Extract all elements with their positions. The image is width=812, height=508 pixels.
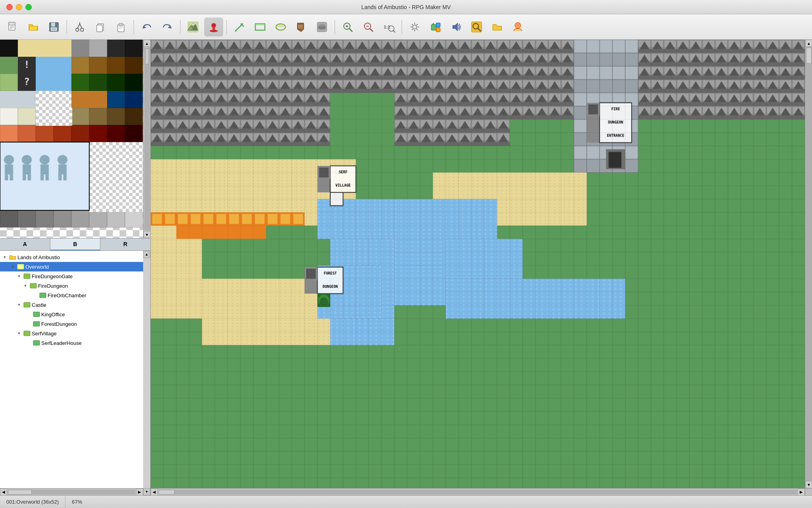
tree-toggle-serfvillage[interactable]: ▼	[16, 330, 22, 337]
tree-item-kingoffice[interactable]: ▶ KingOffice	[0, 310, 150, 319]
tree-toggle-castle[interactable]: ▼	[16, 302, 22, 308]
svg-rect-78	[40, 293, 46, 298]
audio-button[interactable]	[446, 17, 465, 37]
svg-point-31	[212, 24, 215, 27]
map-view[interactable]: ▲ ▼ ◀ ▶	[151, 40, 812, 495]
sep2	[134, 20, 134, 34]
rectangle-button[interactable]	[251, 17, 270, 37]
pencil-button[interactable]	[230, 17, 249, 37]
map-canvas[interactable]	[151, 40, 812, 495]
zoom-label: 67%	[72, 499, 82, 505]
left-panel: ▲ ▼ A B R ▼	[0, 40, 151, 495]
save-button[interactable]	[44, 17, 63, 37]
draw-mountain-button[interactable]	[184, 17, 203, 37]
map-hscroll-right[interactable]: ▶	[798, 489, 805, 496]
svg-marker-66	[453, 23, 458, 31]
titlebar: Lands of Ambustio - RPG Maker MV	[0, 0, 812, 14]
cut-button[interactable]	[70, 17, 89, 37]
tree-item-serfleaderhouse[interactable]: ▶ SerfLeaderHouse	[0, 338, 150, 348]
tree-item-serfvillage[interactable]: ▼ SerfVillage	[0, 329, 150, 338]
svg-rect-63	[436, 23, 440, 27]
tree-scroll-down[interactable]: ▼	[143, 488, 150, 495]
tree-item-firedungeon[interactable]: ▼ FireDungeon	[0, 281, 150, 291]
svg-rect-76	[24, 274, 30, 279]
svg-line-59	[417, 29, 418, 30]
map-hscrollbar[interactable]: ◀ ▶	[151, 488, 805, 495]
minimize-button[interactable]	[16, 4, 22, 10]
palette-scrollbar[interactable]: ▲ ▼	[143, 40, 150, 238]
palette-scroll-up[interactable]: ▲	[144, 40, 151, 47]
tree-scroll-area[interactable]: ▼ Lands of Ambustio ▼	[0, 251, 150, 495]
tree-item-castle[interactable]: ▼ Castle	[0, 300, 150, 310]
tree-toggle-root[interactable]: ▼	[2, 254, 8, 260]
svg-line-52	[393, 31, 395, 32]
serfvillage-icon	[23, 330, 31, 337]
tree-item-fireorbchamber[interactable]: ▶ FireOrbChamber	[0, 291, 150, 300]
tree-label-forestdungeon: ForestDungeon	[41, 321, 77, 327]
fill-button[interactable]	[292, 17, 311, 37]
svg-line-58	[412, 24, 413, 25]
tree-scroll-up[interactable]: ▲	[143, 251, 150, 258]
search-button[interactable]	[467, 17, 486, 37]
settings-button[interactable]	[405, 17, 424, 37]
new-button[interactable]	[3, 17, 22, 37]
map-hscroll-track[interactable]	[159, 490, 797, 495]
close-button[interactable]	[6, 4, 13, 10]
tree-hscrollbar[interactable]: ◀ ▶	[0, 488, 143, 495]
zoom-actual-button[interactable]: 1:1	[379, 17, 398, 37]
map-vscroll-thumb[interactable]	[806, 48, 812, 64]
tree-hscroll-right[interactable]: ▶	[136, 489, 143, 496]
forestdungeon-icon	[33, 320, 40, 327]
tree-label-firedungeon: FireDungeon	[38, 283, 68, 289]
tree-hscroll-track[interactable]	[8, 490, 135, 495]
redo-button[interactable]	[158, 17, 177, 37]
svg-point-53	[413, 25, 417, 29]
fog-button[interactable]	[312, 17, 331, 37]
tree-toggle-overworld[interactable]: ▼	[10, 264, 16, 270]
tree-item-root[interactable]: ▼ Lands of Ambustio	[0, 252, 150, 262]
zoom-status: 67%	[65, 496, 88, 508]
map-vscroll-track[interactable]	[805, 47, 812, 481]
map-vscroll-up[interactable]: ▲	[805, 40, 812, 47]
tree-toggle-firedungeon[interactable]: ▼	[22, 283, 29, 289]
tile-palette[interactable]: ▲ ▼	[0, 40, 150, 238]
ellipse-button[interactable]	[271, 17, 290, 37]
tab-B[interactable]: B	[50, 239, 101, 250]
open-button[interactable]	[24, 17, 43, 37]
plugin-button[interactable]	[426, 17, 445, 37]
svg-rect-80	[33, 312, 40, 317]
traffic-lights[interactable]	[6, 4, 32, 10]
maximize-button[interactable]	[25, 4, 32, 10]
undo-button[interactable]	[137, 17, 156, 37]
zoom-in-button[interactable]	[338, 17, 357, 37]
tree-item-overworld[interactable]: ▼ Overworld	[0, 262, 150, 271]
map-hscroll-thumb[interactable]	[159, 490, 174, 495]
tree-scrollbar[interactable]: ▲ ▼	[143, 251, 150, 495]
svg-rect-62	[431, 25, 436, 30]
tab-A[interactable]: A	[0, 239, 50, 250]
tree-item-forestdungeon[interactable]: ▶ ForestDungeon	[0, 319, 150, 329]
firedungeon-icon	[30, 282, 37, 289]
firedungeongate-icon	[23, 273, 31, 280]
deploy-button[interactable]	[508, 17, 527, 37]
zoom-out-button[interactable]	[359, 17, 378, 37]
tree-label-root: Lands of Ambustio	[17, 254, 60, 260]
tree-toggle-serfleaderhouse: ▶	[25, 340, 32, 346]
palette-scroll-down[interactable]: ▼	[144, 231, 151, 238]
resource-button[interactable]	[488, 17, 507, 37]
castle-icon	[23, 301, 31, 308]
stamp-button[interactable]	[204, 17, 223, 37]
map-hscroll-left[interactable]: ◀	[151, 489, 158, 496]
copy-button[interactable]	[91, 17, 110, 37]
map-vscrollbar[interactable]: ▲ ▼	[805, 40, 812, 488]
paste-button[interactable]	[111, 17, 130, 37]
tree-item-firedungeongate[interactable]: ▼ FireDungeonGate	[0, 271, 150, 281]
tile-tabs: A B R	[0, 238, 150, 251]
svg-rect-83	[33, 341, 40, 345]
palette-scroll-track[interactable]	[144, 48, 150, 230]
tree-label-overworld: Overworld	[25, 264, 49, 270]
tab-R[interactable]: R	[100, 239, 150, 250]
tree-toggle-firedungeongate[interactable]: ▼	[16, 273, 22, 279]
map-vscroll-down[interactable]: ▼	[805, 481, 812, 488]
tree-hscroll-left[interactable]: ◀	[0, 489, 7, 496]
